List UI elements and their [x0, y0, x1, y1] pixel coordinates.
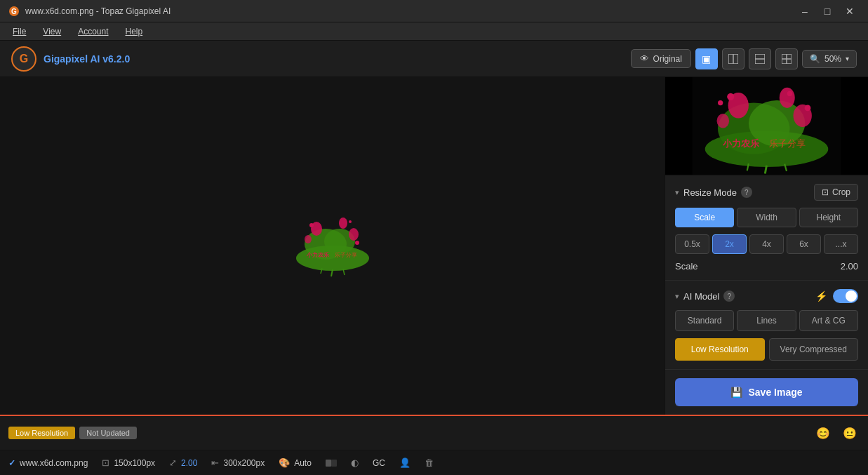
zoom-chevron-icon: ▾ — [846, 55, 849, 62]
save-image-button[interactable]: 💾 Save Image — [675, 378, 858, 406]
check-icon: ✓ — [8, 458, 15, 468]
eye-icon: 👁 — [640, 53, 649, 64]
resize-mode-title: Resize Mode — [683, 187, 737, 198]
original-button[interactable]: 👁 Original — [631, 49, 691, 68]
zoom-icon: 🔍 — [810, 54, 820, 64]
brightness-item: ◐ — [351, 457, 359, 468]
width-tab[interactable]: Width — [737, 208, 796, 227]
crop-icon: ⊡ — [822, 187, 829, 197]
scale-item: ⤢ 2.00 — [169, 457, 197, 468]
crop-button[interactable]: ⊡ Crop — [814, 184, 858, 201]
scale-field-value: 2.00 — [841, 261, 858, 272]
logo-icon: G — [11, 46, 36, 72]
file-info-bar: ✓ www.x6d.com.png ⊡ 150x100px ⤢ 2.00 ⇤ 3… — [0, 450, 868, 475]
svg-point-34 — [805, 105, 811, 112]
svg-text:G: G — [11, 8, 17, 15]
menu-help[interactable]: Help — [119, 25, 150, 38]
menu-account[interactable]: Account — [71, 25, 115, 38]
close-button[interactable]: ✕ — [840, 4, 860, 18]
view-split-h-button[interactable] — [749, 48, 771, 69]
scale-0-5x-button[interactable]: 0.5x — [675, 234, 709, 254]
output-size-icon: ⇤ — [211, 457, 219, 468]
ai-model-title: AI Model — [683, 291, 719, 302]
ai-model-section: ▾ AI Model ? ⚡ Standard Lines Ar — [665, 281, 868, 370]
logo-area: G Gigapixel AI v6.2.0 — [11, 46, 130, 72]
scale-field-label: Scale — [675, 261, 698, 272]
split-v-icon — [728, 54, 738, 64]
scale-4x-button[interactable]: 4x — [749, 234, 784, 254]
svg-text:小力农乐: 小力农乐 — [722, 138, 759, 149]
view-single-button[interactable]: ▣ — [695, 48, 718, 69]
scale-value-row: Scale 2.00 — [675, 261, 858, 272]
user-item: 👤 — [399, 457, 410, 468]
trash-item[interactable]: 🗑 — [425, 457, 434, 468]
resize-mode-header: ▾ Resize Mode ? ⊡ Crop — [675, 184, 858, 201]
canvas-area[interactable]: 小力农乐 乐子分享 — [0, 77, 665, 415]
user-icon: 👤 — [399, 457, 410, 468]
svg-point-21 — [355, 241, 359, 245]
maximize-button[interactable]: □ — [817, 4, 837, 18]
window-title: www.x6d.com.png - Topaz Gigapixel AI — [25, 6, 171, 16]
view-controls: 👁 Original ▣ 🔍 50% ▾ — [631, 48, 857, 69]
minimize-button[interactable]: – — [795, 4, 815, 18]
svg-point-13 — [339, 218, 347, 229]
model-art-cg-button[interactable]: Art & CG — [799, 310, 858, 331]
toggle-knob — [846, 290, 857, 302]
status-icons: 😊 😐 — [813, 423, 860, 443]
trash-icon[interactable]: 🗑 — [425, 457, 434, 468]
model-lines-button[interactable]: Lines — [737, 310, 796, 331]
resize-mode-title-row: ▾ Resize Mode ? — [675, 187, 752, 198]
preview-svg: 小力农乐 乐子分享 — [665, 77, 868, 175]
preview-image-area: 小力农乐 乐子分享 — [665, 77, 868, 175]
scale-tab[interactable]: Scale — [675, 208, 734, 227]
ai-model-help-badge[interactable]: ? — [723, 290, 735, 302]
app-layout: G Gigapixel AI v6.2.0 👁 Original ▣ 🔍 — [0, 41, 868, 475]
model-standard-button[interactable]: Standard — [675, 310, 734, 331]
filename-label: www.x6d.com.png — [20, 458, 88, 468]
input-size-value: 150x100px — [114, 458, 155, 468]
svg-point-19 — [309, 223, 314, 227]
split-h-icon — [755, 54, 765, 64]
low-resolution-tag: Low Resolution — [8, 427, 75, 439]
status-tags: Low Resolution Not Updated — [8, 427, 137, 439]
input-size-item: ⊡ 150x100px — [102, 457, 155, 468]
scale-2x-button[interactable]: 2x — [712, 234, 747, 254]
ai-model-chevron-icon: ▾ — [675, 292, 679, 301]
menu-file[interactable]: File — [6, 25, 33, 38]
ai-model-header: ▾ AI Model ? ⚡ — [675, 289, 858, 303]
scale-custom-button[interactable]: ...x — [824, 234, 858, 254]
auto-item: 🎨 Auto — [279, 457, 312, 468]
scale-icon: ⤢ — [169, 457, 177, 468]
scale-value-display: 2.00 — [181, 458, 197, 468]
scale-options-group: 0.5x 2x 4x 6x ...x — [675, 234, 858, 254]
svg-point-29 — [780, 88, 795, 108]
svg-point-33 — [787, 91, 792, 96]
resize-mode-section: ▾ Resize Mode ? ⊡ Crop Scale Width Heigh… — [665, 175, 868, 281]
main-image-svg: 小力农乐 乐子分享 — [287, 208, 378, 285]
save-btn-area: 💾 Save Image — [665, 370, 868, 415]
not-updated-tag: Not Updated — [79, 427, 137, 439]
quality-group: Low Resolution Very Compressed — [675, 338, 858, 361]
palette-item — [326, 457, 337, 469]
ai-model-toggle[interactable] — [833, 289, 858, 303]
resize-help-badge[interactable]: ? — [741, 187, 752, 198]
app-header: G Gigapixel AI v6.2.0 👁 Original ▣ 🔍 — [0, 41, 868, 77]
happy-emoji-button[interactable]: 😊 — [813, 423, 833, 443]
color-icon: 🎨 — [279, 457, 290, 468]
view-quad-button[interactable] — [775, 48, 798, 69]
zoom-control[interactable]: 🔍 50% ▾ — [802, 50, 857, 68]
svg-point-20 — [349, 220, 352, 223]
resize-tab-group: Scale Width Height — [675, 208, 858, 227]
height-tab[interactable]: Height — [799, 208, 858, 227]
window-controls: – □ ✕ — [795, 4, 860, 18]
very-compressed-button[interactable]: Very Compressed — [769, 338, 859, 361]
menu-view[interactable]: View — [36, 25, 68, 38]
neutral-emoji-button[interactable]: 😐 — [840, 423, 860, 443]
save-icon: 💾 — [730, 387, 742, 398]
output-size-value: 300x200px — [223, 458, 265, 468]
svg-point-14 — [349, 228, 359, 241]
palette-icon — [326, 457, 337, 469]
view-split-v-button[interactable] — [722, 48, 745, 69]
scale-6x-button[interactable]: 6x — [787, 234, 821, 254]
low-resolution-button[interactable]: Low Resolution — [675, 338, 765, 361]
